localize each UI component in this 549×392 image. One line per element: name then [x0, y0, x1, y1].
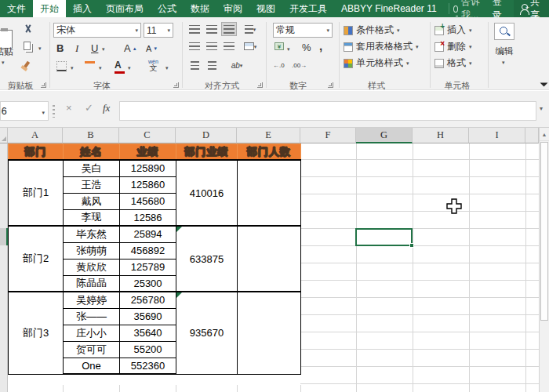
column-header-I[interactable]: I: [469, 128, 525, 143]
cell-score[interactable]: 12586: [120, 209, 176, 226]
cell-score[interactable]: 55200: [120, 341, 176, 358]
name-box[interactable]: G6 ▾: [0, 101, 49, 121]
tab-插入[interactable]: 插入: [66, 0, 99, 17]
cell-name[interactable]: 张萌萌: [64, 242, 120, 259]
copy-dropdown[interactable]: ▾: [38, 45, 42, 51]
cell-name[interactable]: 吴婷婷: [64, 292, 120, 308]
tab-开始[interactable]: 开始: [33, 0, 66, 17]
formula-bar-expand[interactable]: ▾: [540, 105, 543, 112]
styles-dropdown-2[interactable]: ▾: [406, 60, 409, 66]
formula-bar-splitter[interactable]: [53, 105, 55, 118]
cell-name[interactable]: 张——: [64, 308, 120, 325]
font-dialog-launcher[interactable]: [173, 82, 179, 88]
cells-dropdown-2[interactable]: ▾: [469, 60, 472, 66]
tab-公式[interactable]: 公式: [151, 0, 184, 17]
number-format-combobox[interactable]: 常规▾: [273, 23, 333, 38]
cell-score[interactable]: 25894: [120, 226, 176, 242]
decrease-indent-button[interactable]: [187, 58, 202, 72]
percent-style-button[interactable]: %: [302, 42, 311, 53]
tab-开发工具[interactable]: 开发工具: [282, 0, 334, 17]
table-column-header-1[interactable]: 姓名: [64, 144, 120, 161]
selected-cell-G6[interactable]: [355, 228, 413, 246]
align-left-button[interactable]: [187, 39, 202, 53]
styles-dropdown-1[interactable]: ▾: [416, 44, 419, 49]
vertical-scrollbar[interactable]: ▲: [539, 128, 549, 392]
cancel-button[interactable]: ×: [66, 102, 72, 114]
cell-name[interactable]: 陈晶晶: [64, 275, 120, 292]
fill-color-dropdown[interactable]: ▾: [99, 65, 102, 71]
collapse-ribbon-icon[interactable]: [540, 79, 548, 87]
cell-score[interactable]: 145680: [120, 193, 176, 209]
wrap-text-button[interactable]: ▾: [240, 22, 260, 36]
tab-文件[interactable]: 文件: [0, 0, 33, 17]
insert-function-button[interactable]: fx: [103, 102, 110, 114]
alignment-dialog-launcher[interactable]: [257, 82, 263, 88]
editing-dropdown[interactable]: ▾: [502, 60, 505, 65]
decrease-decimal-button[interactable]: .00→: [292, 62, 307, 69]
orientation-button[interactable]: ab▾: [226, 58, 248, 72]
cell-dept-部门3[interactable]: 部门3: [9, 292, 64, 374]
styles-dropdown-0[interactable]: ▾: [397, 27, 400, 33]
increase-indent-button[interactable]: [204, 58, 220, 72]
fill-color-button[interactable]: [85, 60, 95, 64]
comma-style-button[interactable]: ,: [319, 39, 322, 53]
select-all-corner[interactable]: [0, 128, 8, 143]
font-size-combobox[interactable]: 11▾: [144, 23, 173, 38]
cell-count-部门1[interactable]: [238, 160, 301, 226]
cell-name[interactable]: 戴风: [64, 193, 120, 209]
cell-count-部门2[interactable]: [238, 226, 301, 292]
grow-font-button[interactable]: A▲: [124, 42, 137, 54]
table-column-header-4[interactable]: 部门人数: [238, 144, 301, 161]
cell-name[interactable]: 王浩: [64, 176, 120, 193]
cells-dropdown-1[interactable]: ▾: [469, 44, 472, 49]
tab-数据[interactable]: 数据: [184, 0, 216, 17]
merge-center-button[interactable]: ▾: [240, 39, 260, 53]
column-header-A[interactable]: A: [8, 128, 63, 143]
number-dialog-launcher[interactable]: [328, 82, 333, 88]
cell-score[interactable]: 125890: [120, 160, 176, 176]
borders-dropdown[interactable]: ▾: [71, 65, 74, 71]
cell-name[interactable]: One: [64, 358, 120, 374]
cells-dropdown-0[interactable]: ▾: [469, 27, 472, 33]
column-header-D[interactable]: D: [176, 128, 237, 143]
cells-button-0[interactable]: 插入▾: [434, 22, 472, 38]
column-header-F[interactable]: F: [300, 128, 356, 143]
table-column-header-2[interactable]: 业绩: [120, 144, 176, 161]
table-column-header-3[interactable]: 部门业绩: [176, 144, 238, 161]
styles-button-1[interactable]: 套用表格格式▾: [344, 38, 419, 55]
tab-视图[interactable]: 视图: [249, 0, 282, 17]
copy-button[interactable]: [24, 42, 31, 50]
accounting-format-button[interactable]: ¥: [274, 42, 284, 50]
cell-dept-部门2[interactable]: 部门2: [9, 226, 64, 292]
cell-score[interactable]: 456892: [120, 242, 176, 259]
column-header-G[interactable]: G: [356, 128, 413, 143]
cell-score[interactable]: 552360: [120, 358, 176, 374]
align-top-button[interactable]: [187, 22, 202, 36]
styles-button-0[interactable]: 条件格式▾: [344, 22, 419, 38]
format-painter-button[interactable]: [24, 61, 30, 69]
paste-label[interactable]: 粘贴: [0, 45, 13, 59]
enter-button[interactable]: ✓: [85, 102, 93, 114]
column-header-B[interactable]: B: [63, 128, 119, 143]
cell-score[interactable]: 25300: [120, 275, 176, 292]
underline-button[interactable]: U: [91, 42, 98, 54]
cell-total-部门3[interactable]: 935670: [176, 292, 238, 374]
cell-total-部门1[interactable]: 410016: [176, 160, 238, 226]
align-bottom-button[interactable]: [221, 22, 237, 36]
tab-ABBYY FineReader 11[interactable]: ABBYY FineReader 11: [334, 0, 444, 17]
underline-dropdown[interactable]: ▾: [102, 46, 105, 52]
paste-dropdown[interactable]: ▾: [2, 60, 5, 65]
column-header-E[interactable]: E: [237, 128, 300, 143]
cell-name[interactable]: 毕东然: [64, 226, 120, 242]
scroll-up-arrow[interactable]: ▲: [540, 128, 549, 141]
styles-button-2[interactable]: 单元格样式▾: [344, 55, 419, 71]
cell-score[interactable]: 256780: [120, 292, 176, 308]
column-header-C[interactable]: C: [119, 128, 176, 143]
cell-name[interactable]: 李现: [64, 209, 120, 226]
phonetic-guide-button[interactable]: wén文: [148, 59, 158, 72]
accounting-dropdown[interactable]: ▾: [287, 46, 290, 52]
cell-name[interactable]: 庄小小: [64, 325, 120, 341]
tab-审阅[interactable]: 审阅: [216, 0, 249, 17]
font-color-button[interactable]: A: [115, 60, 125, 74]
editing-group-button[interactable]: 编辑: [493, 45, 516, 57]
